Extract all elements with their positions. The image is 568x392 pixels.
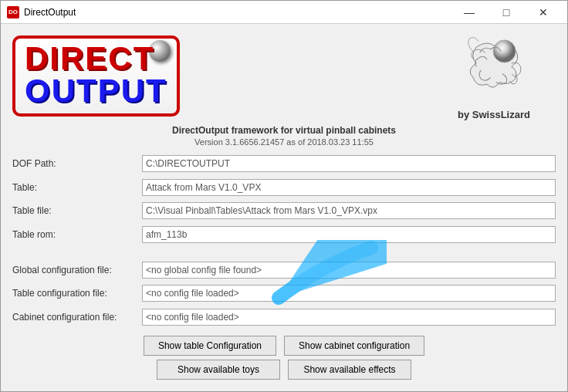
dof-path-input[interactable] bbox=[142, 155, 556, 172]
table-file-label: Table file: bbox=[12, 204, 136, 218]
app-icon: DO bbox=[7, 6, 19, 19]
show-table-config-button[interactable]: Show table Configuration bbox=[144, 336, 276, 356]
table-rom-input[interactable] bbox=[142, 226, 556, 243]
window-title: DirectOutput bbox=[24, 7, 451, 18]
show-available-toys-button[interactable]: Show available toys bbox=[157, 360, 280, 380]
version-text: Version 3.1.6656.21457 as of 2018.03.23 … bbox=[12, 137, 556, 147]
cabinet-config-label: Cabinet configuration file: bbox=[12, 310, 136, 324]
close-button[interactable]: ✕ bbox=[526, 2, 561, 23]
logo-direct: DIRECT bbox=[25, 42, 167, 75]
table-rom-label: Table rom: bbox=[12, 228, 136, 242]
main-window: DO DirectOutput — □ ✕ DIRECT OUTPUT bbox=[0, 0, 568, 392]
dof-path-label: DOF Path: bbox=[12, 157, 136, 171]
spacer-1 bbox=[12, 250, 556, 255]
form-grid: DOF Path: Table: Table file: Table rom: … bbox=[12, 153, 556, 328]
cabinet-config-input[interactable] bbox=[142, 309, 556, 326]
logo-container: DIRECT OUTPUT bbox=[12, 35, 180, 117]
maximize-button[interactable]: □ bbox=[489, 2, 524, 23]
tagline: DirectOutput framework for virtual pinba… bbox=[12, 125, 556, 136]
minimize-button[interactable]: — bbox=[451, 2, 487, 23]
show-available-effects-button[interactable]: Show available effects bbox=[288, 360, 411, 380]
svg-point-0 bbox=[493, 40, 516, 63]
table-label: Table: bbox=[12, 181, 136, 194]
logo-output: OUTPUT bbox=[25, 75, 167, 107]
global-config-label: Global configuration file: bbox=[12, 263, 136, 277]
global-config-input[interactable] bbox=[142, 262, 556, 279]
table-input[interactable] bbox=[142, 179, 556, 196]
header-section: DIRECT OUTPUT bbox=[12, 32, 556, 120]
main-content: DIRECT OUTPUT bbox=[1, 24, 567, 391]
window-controls: — □ ✕ bbox=[451, 2, 561, 23]
dragon-icon bbox=[451, 32, 536, 109]
swisslizard-container: by SwissLizard bbox=[432, 32, 556, 120]
by-swisslizard-label: by SwissLizard bbox=[458, 109, 530, 120]
table-config-input[interactable] bbox=[142, 285, 556, 302]
logo-border: DIRECT OUTPUT bbox=[12, 35, 180, 117]
buttons-row-1: Show table Configuration Show cabinet co… bbox=[144, 336, 424, 356]
table-file-input[interactable] bbox=[142, 202, 556, 219]
buttons-row-2: Show available toys Show available effec… bbox=[157, 360, 411, 380]
show-cabinet-config-button[interactable]: Show cabinet configuration bbox=[284, 336, 424, 356]
buttons-section: Show table Configuration Show cabinet co… bbox=[12, 336, 556, 380]
title-bar: DO DirectOutput — □ ✕ bbox=[1, 1, 567, 24]
table-config-label: Table configuration file: bbox=[12, 286, 136, 300]
